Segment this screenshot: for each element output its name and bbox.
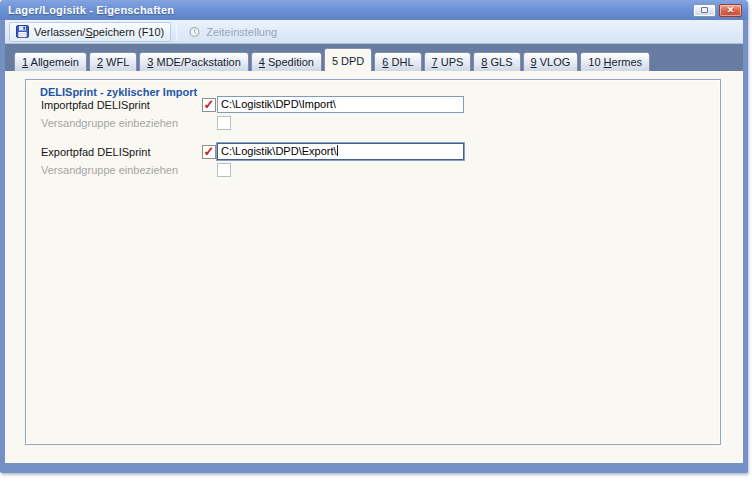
window-controls: ✕ [693,4,742,17]
importpfad-value: C:\Logistik\DPD\Import\ [221,98,336,110]
maximize-icon [701,7,708,13]
importpfad-checkbox[interactable]: ✓ [202,98,216,112]
exportpfad-checkbox[interactable]: ✓ [202,145,216,159]
tab-dpd[interactable]: 5 DPD [324,48,372,71]
tab-allgemein[interactable]: 1 Allgemein [14,52,87,71]
save-exit-label: Verlassen/Speichern (F10) [34,26,164,38]
toolbar-separator [176,23,177,41]
tab-strip: 1 Allgemein 2 WFL 3 MDE/Packstation 4 Sp… [5,44,743,71]
tab-dhl[interactable]: 6 DHL [374,52,421,71]
tab-ups[interactable]: 7 UPS [424,52,472,71]
tab-spedition[interactable]: 4 Spedition [251,52,322,71]
exportpfad-value: C:\Logistik\DPD\Export\ [221,145,337,157]
tab-vlog[interactable]: 9 VLOG [523,52,579,71]
exportpfad-row: Exportpfad DELISprint ✓ C:\Logistik\DPD\… [41,143,464,160]
exportpfad-input[interactable]: C:\Logistik\DPD\Export\ [217,143,464,160]
versandgruppe-import-label: Versandgruppe einbeziehen [41,117,202,129]
save-exit-button[interactable]: Verlassen/Speichern (F10) [9,22,171,42]
clock-icon [189,26,201,38]
tab-mde-packstation[interactable]: 3 MDE/Packstation [139,52,249,71]
desktop: Lager/Logisitk - Eigenschaften ✕ [0,0,752,483]
close-button[interactable]: ✕ [719,4,742,17]
window-title: Lager/Logisitk - Eigenschaften [8,4,693,16]
versandgruppe-export-checkbox[interactable] [217,163,231,177]
dpd-settings-panel: DELISprint - zyklischer Import Importpfa… [25,79,721,445]
importpfad-label: Importpfad DELISprint [41,99,202,111]
versandgruppe-export-label: Versandgruppe einbeziehen [41,164,202,176]
app-window: Lager/Logisitk - Eigenschaften ✕ [0,0,748,473]
time-settings-label: Zeiteinstellung [206,26,277,38]
toolbar: Verlassen/Speichern (F10) Zeiteinstellun… [5,20,743,44]
title-bar[interactable]: Lager/Logisitk - Eigenschaften ✕ [0,0,748,20]
importpfad-input[interactable]: C:\Logistik\DPD\Import\ [217,96,464,113]
versandgruppe-import-row: Versandgruppe einbeziehen [41,114,231,131]
versandgruppe-export-row: Versandgruppe einbeziehen [41,161,231,178]
tab-gls[interactable]: 8 GLS [473,52,520,71]
tab-hermes[interactable]: 10 Hermes [580,52,650,71]
window-body: Verlassen/Speichern (F10) Zeiteinstellun… [5,20,743,463]
save-icon [16,25,29,38]
maximize-button[interactable] [693,4,716,17]
tab-wfl[interactable]: 2 WFL [89,52,137,71]
exportpfad-label: Exportpfad DELISprint [41,146,202,158]
tab-page-dpd: DELISprint - zyklischer Import Importpfa… [5,71,743,463]
importpfad-row: Importpfad DELISprint ✓ C:\Logistik\DPD\… [41,96,464,113]
versandgruppe-import-checkbox[interactable] [217,116,231,130]
time-settings-button[interactable]: Zeiteinstellung [182,22,284,42]
text-caret [337,145,338,156]
close-icon: ✕ [727,6,735,15]
